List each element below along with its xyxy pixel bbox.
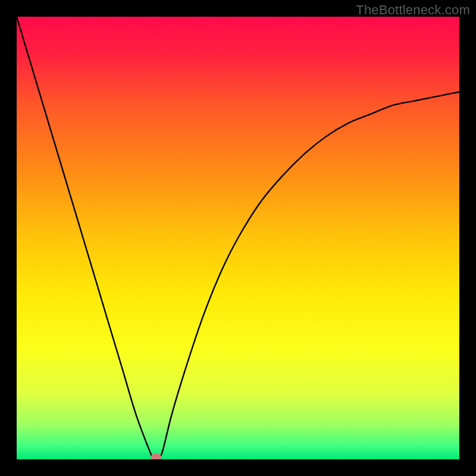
chart-frame: TheBottleneck.com (0, 0, 476, 476)
watermark-text: TheBottleneck.com (356, 2, 470, 18)
chart-plot (17, 17, 459, 459)
